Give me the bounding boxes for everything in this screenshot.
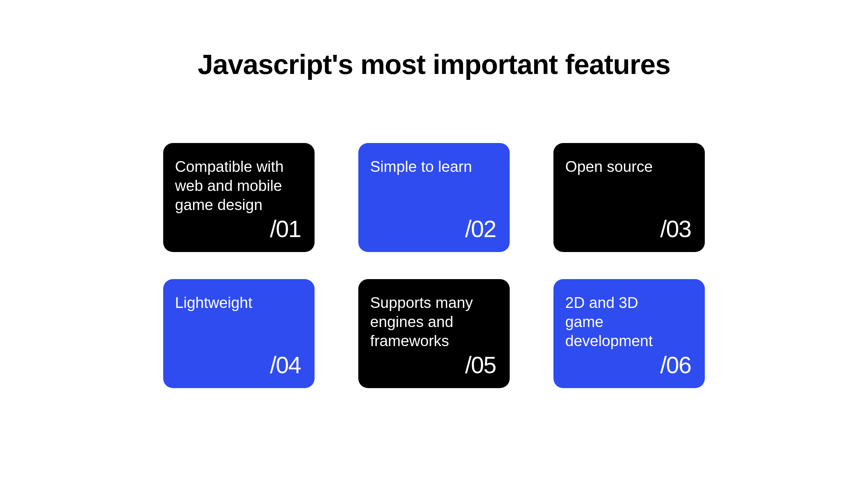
card-text: 2D and 3D game development [565,293,680,350]
card-number: /04 [270,351,301,378]
cards-grid: Compatible with web and mobile game desi… [163,143,705,388]
card-text: Open source [565,157,680,176]
card-text: Compatible with web and mobile game desi… [175,157,290,214]
card-number: /05 [465,351,496,378]
card-text: Supports many engines and frameworks [370,293,485,350]
feature-card-01: Compatible with web and mobile game desi… [163,143,315,252]
card-text: Lightweight [175,293,290,312]
card-number: /01 [270,215,301,242]
feature-card-05: Supports many engines and frameworks /05 [358,279,510,388]
page-title: Javascript's most important features [198,49,670,81]
feature-card-04: Lightweight /04 [163,279,315,388]
feature-card-06: 2D and 3D game development /06 [553,279,705,388]
card-number: /06 [660,351,691,378]
feature-card-03: Open source /03 [553,143,705,252]
card-number: /02 [465,215,496,242]
card-number: /03 [660,215,691,242]
card-text: Simple to learn [370,157,485,176]
feature-card-02: Simple to learn /02 [358,143,510,252]
